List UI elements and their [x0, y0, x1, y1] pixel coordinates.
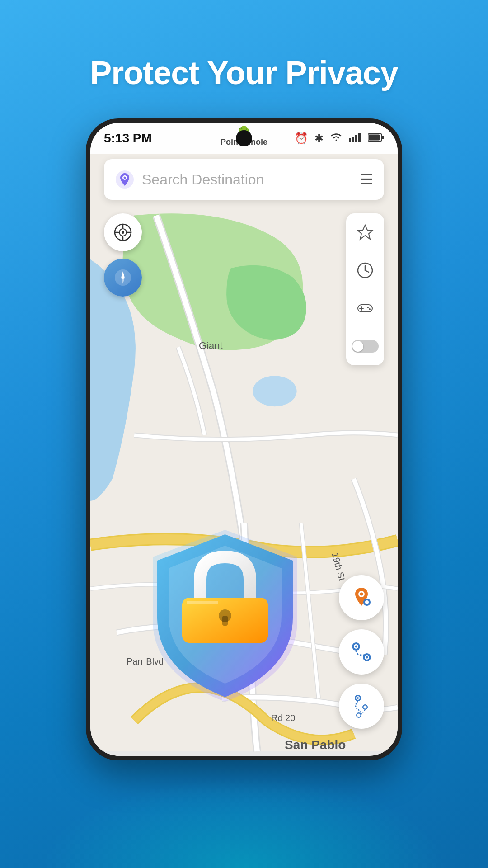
svg-point-37	[360, 593, 363, 596]
star-icon	[356, 223, 374, 241]
pin-location-button[interactable]	[339, 575, 384, 620]
svg-rect-8	[382, 136, 384, 139]
alarm-icon: ⏰	[295, 132, 308, 145]
svg-point-30	[367, 307, 369, 308]
crosshair-icon	[113, 223, 132, 242]
svg-point-48	[357, 697, 359, 699]
svg-point-22	[122, 276, 124, 279]
crosshair-button[interactable]	[104, 213, 142, 251]
page-title: Protect Your Privacy	[90, 54, 398, 91]
svg-rect-34	[222, 616, 228, 626]
lock-shield-overlay	[130, 521, 320, 711]
bluetooth-icon: ✱	[314, 132, 324, 145]
svg-line-26	[365, 270, 369, 272]
svg-point-42	[355, 646, 357, 648]
right-buttons-panel	[346, 213, 384, 365]
compass-button[interactable]	[104, 259, 142, 297]
status-time: 5:13 PM	[104, 131, 152, 146]
lock-icon-container	[171, 546, 279, 656]
search-bar[interactable]: Search Destination ☰	[104, 159, 384, 200]
svg-rect-5	[358, 133, 361, 142]
map-label-giant: Giant	[199, 340, 223, 352]
svg-marker-23	[357, 225, 373, 239]
battery-icon	[368, 132, 384, 145]
svg-point-39	[365, 600, 369, 604]
wifi-icon	[330, 132, 343, 145]
map-label-rd20: Rd 20	[271, 713, 295, 723]
lock-icon	[171, 546, 279, 654]
favorite-button[interactable]	[346, 213, 384, 251]
svg-point-50	[364, 706, 367, 709]
search-placeholder: Search Destination	[142, 171, 360, 188]
map-label-san-pablo: San Pablo	[285, 738, 346, 752]
svg-point-52	[357, 714, 361, 717]
compass-icon	[113, 268, 133, 288]
status-bar: 5:13 PM 🌳 Point Pinole ⏰ ✱	[90, 123, 398, 154]
phone-screen: Giant San Pablo 19th St Parr Blvd Rd 20 …	[90, 123, 398, 756]
walking-route-button[interactable]	[339, 684, 384, 729]
svg-point-18	[122, 231, 124, 234]
svg-rect-2	[349, 138, 351, 142]
phone-mockup: Giant San Pablo 19th St Parr Blvd Rd 20 …	[86, 118, 402, 760]
toggle-button[interactable]	[346, 327, 384, 365]
search-menu-icon[interactable]: ☰	[360, 171, 373, 188]
svg-point-11	[124, 177, 126, 179]
svg-rect-4	[355, 135, 357, 142]
left-buttons	[104, 213, 142, 297]
bottom-glow	[41, 778, 447, 868]
toggle-switch[interactable]	[352, 340, 379, 353]
gamepad-icon	[356, 299, 374, 317]
svg-rect-3	[352, 137, 354, 142]
bottom-right-buttons	[339, 575, 384, 729]
signal-icon	[349, 132, 361, 145]
route-icon	[349, 639, 374, 665]
history-button[interactable]	[346, 251, 384, 289]
search-pin-icon	[115, 170, 135, 189]
status-icons: ⏰ ✱	[295, 132, 384, 145]
route-button[interactable]	[339, 629, 384, 675]
pin-location-icon	[349, 585, 374, 610]
gamepad-button[interactable]	[346, 289, 384, 327]
svg-point-31	[369, 308, 371, 310]
walking-route-icon	[349, 693, 374, 719]
svg-rect-35	[187, 601, 218, 604]
svg-rect-7	[369, 135, 380, 141]
toggle-knob	[352, 341, 363, 352]
camera-hole	[236, 130, 252, 146]
clock-icon	[356, 261, 374, 279]
svg-point-1	[253, 376, 296, 406]
svg-point-45	[366, 656, 368, 659]
svg-line-53	[361, 710, 365, 714]
